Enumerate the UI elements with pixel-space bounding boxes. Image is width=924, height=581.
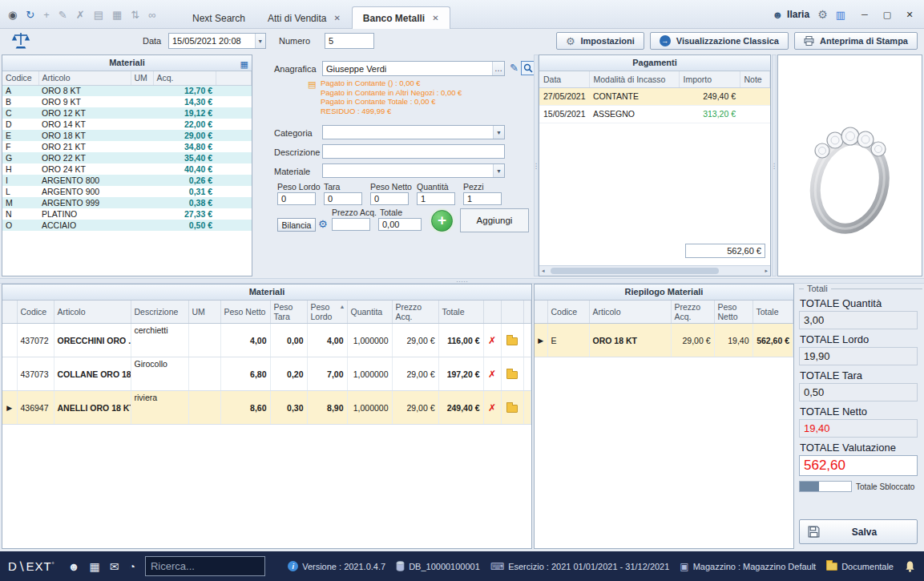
display-status-icon[interactable]: ▥ <box>836 9 845 21</box>
scroll-left-icon[interactable]: ◂ <box>539 268 547 274</box>
anagrafica-browse-button[interactable]: … <box>492 62 504 75</box>
chevron-down-icon[interactable]: ▼ <box>493 126 504 139</box>
bilancia-settings-icon[interactable]: ⚙ <box>318 218 328 230</box>
payment-row[interactable]: 15/05/2021 ASSEGNO 313,20 € <box>539 105 770 123</box>
visualizzazione-classica-button[interactable]: → Visualizzazione Classica <box>650 32 789 50</box>
col-articolo[interactable]: Articolo <box>54 301 131 324</box>
link-icon[interactable]: ∞ <box>148 9 155 21</box>
anagrafica-input[interactable] <box>323 62 492 75</box>
col-peso-tara[interactable]: Peso Tara <box>270 301 307 324</box>
data-datetime-input[interactable] <box>169 34 255 48</box>
descrizione-field[interactable] <box>322 144 505 159</box>
col-prezzo-acq[interactable]: Prezzo Acq. <box>671 301 714 324</box>
record-icon[interactable]: ◉ <box>8 9 17 21</box>
horizontal-splitter[interactable]: ····· <box>0 278 924 284</box>
delete-row-icon[interactable]: ✗ <box>483 357 501 391</box>
delete-row-icon[interactable]: ✗ <box>483 391 501 425</box>
documentale-item[interactable]: Documentale <box>826 562 894 571</box>
material-row[interactable]: FORO 21 KT34,80 € <box>2 141 252 152</box>
col-codice[interactable]: Codice <box>2 71 38 85</box>
salva-button[interactable]: Salva <box>799 519 918 544</box>
add-icon[interactable]: + <box>43 9 50 21</box>
payment-row[interactable]: 27/05/2021 CONTANTE 249,40 € <box>539 87 770 105</box>
dashboard-icon[interactable]: ◔ <box>129 560 135 573</box>
col-importo[interactable]: Importo <box>679 71 740 87</box>
import-export-icon[interactable]: ⇅ <box>131 9 139 21</box>
material-row[interactable]: AORO 8 KT12,70 € <box>2 85 252 96</box>
tab-close-icon[interactable]: ✕ <box>432 14 438 22</box>
numero-input[interactable] <box>325 34 373 48</box>
summary-row-selected[interactable]: ▶ E ORO 18 KT 29,00 € 19,40 562,60 € <box>535 324 793 357</box>
col-um[interactable]: UM <box>131 71 153 85</box>
bilancia-button[interactable]: Bilancia <box>277 218 316 232</box>
search-input[interactable] <box>146 560 264 572</box>
tab-atti-di-vendita[interactable]: Atti di Vendita ✕ <box>256 6 352 29</box>
col-peso-netto[interactable]: Peso Netto <box>220 301 270 324</box>
col-codice[interactable]: Codice <box>17 301 54 324</box>
contacts-icon[interactable]: ☻ <box>68 560 80 573</box>
material-row[interactable]: OACCIAIO0,50 € <box>2 220 252 231</box>
categoria-input[interactable] <box>323 126 493 139</box>
col-totale[interactable]: Totale <box>753 301 793 324</box>
item-row[interactable]: 437073 COLLANE ORO 18 ... Girocollo 6,80… <box>2 357 531 391</box>
col-note[interactable]: Note <box>740 71 770 87</box>
col-um[interactable]: UM <box>188 301 220 324</box>
mail-icon[interactable]: ✉ <box>110 560 119 573</box>
material-row[interactable]: IARGENTO 8000,26 € <box>2 175 252 186</box>
material-row[interactable]: BORO 9 KT14,30 € <box>2 96 252 107</box>
scrollbar-thumb[interactable] <box>551 268 719 274</box>
materiale-input[interactable] <box>323 164 493 177</box>
delete-icon[interactable]: ✗ <box>76 9 85 21</box>
col-articolo[interactable]: Articolo <box>38 71 131 85</box>
minimize-button[interactable]: ─ <box>853 0 876 29</box>
material-row[interactable]: GORO 22 KT35,40 € <box>2 152 252 163</box>
open-row-icon[interactable] <box>506 405 518 413</box>
save-layout-icon[interactable]: ▦ <box>112 9 122 21</box>
maximize-button[interactable]: ▢ <box>876 0 898 29</box>
notifications-bell-icon[interactable] <box>904 560 916 573</box>
col-peso-netto[interactable]: Peso Netto <box>714 301 753 324</box>
data-datetime-picker[interactable]: ▼ <box>168 33 266 49</box>
aggiungi-button[interactable]: Aggiungi <box>460 208 529 232</box>
open-row-icon[interactable] <box>506 371 518 379</box>
edit-icon[interactable]: ✎ <box>59 9 67 21</box>
material-row[interactable]: NPLATINO27,33 € <box>2 208 252 220</box>
prezzo-acq-field[interactable] <box>332 218 370 231</box>
tara-input[interactable] <box>325 193 361 204</box>
col-prezzo-acq[interactable]: Prezzo Acq. <box>392 301 438 324</box>
tab-next-search[interactable]: Next Search <box>181 6 256 29</box>
categoria-combo[interactable]: ▼ <box>322 125 505 139</box>
open-row-icon[interactable] <box>506 337 518 345</box>
descrizione-input[interactable] <box>323 145 504 158</box>
material-row[interactable]: MARGENTO 9990,38 € <box>2 197 252 208</box>
col-acq[interactable]: Acq. <box>153 71 216 85</box>
material-row[interactable]: CORO 12 KT19,12 € <box>2 107 252 119</box>
item-row[interactable]: 437072 ORECCHINI ORO ... cerchietti 4,00… <box>2 324 531 357</box>
material-row[interactable]: HORO 24 KT40,40 € <box>2 163 252 175</box>
material-row[interactable]: DORO 14 KT22,00 € <box>2 119 252 130</box>
totale-field[interactable] <box>378 218 422 231</box>
item-row-selected[interactable]: ▶ 436947 ANELLI ORO 18 KT riviera 8,60 0… <box>2 391 531 425</box>
splitter-right[interactable]: ⋮ <box>772 54 777 276</box>
totale-input[interactable] <box>379 219 421 230</box>
materiale-combo[interactable]: ▼ <box>322 163 505 178</box>
col-totale[interactable]: Totale <box>438 301 483 324</box>
settings-gear-icon[interactable]: ⚙ <box>817 8 828 21</box>
anteprima-stampa-button[interactable]: Anteprima di Stampa <box>794 32 918 50</box>
panel-menu-icon[interactable]: ▦ <box>240 57 248 72</box>
col-articolo[interactable]: Articolo <box>589 301 671 324</box>
col-modalita[interactable]: Modalità di Incasso <box>589 71 679 87</box>
close-button[interactable]: ✕ <box>898 0 921 29</box>
calendar-icon[interactable]: ▦ <box>90 560 100 573</box>
peso-netto-field[interactable] <box>370 192 409 205</box>
pezzi-input[interactable] <box>464 193 501 204</box>
quantita-input[interactable] <box>418 193 454 204</box>
delete-row-icon[interactable]: ✗ <box>483 324 501 357</box>
chevron-down-icon[interactable]: ▼ <box>493 164 504 177</box>
material-row[interactable]: LARGENTO 9000,31 € <box>2 186 252 197</box>
payments-hscrollbar[interactable]: ◂ ▸ <box>539 265 770 276</box>
prezzo-acq-input[interactable] <box>333 219 369 230</box>
col-quantita[interactable]: Quantita <box>347 301 392 324</box>
col-data[interactable]: Data <box>539 71 589 87</box>
chevron-down-icon[interactable]: ▼ <box>255 34 265 48</box>
